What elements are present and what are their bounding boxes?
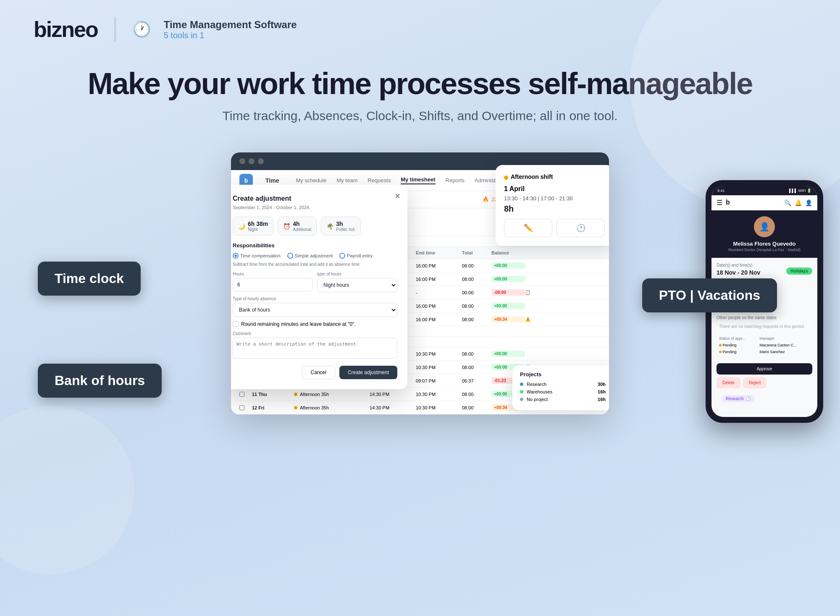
shift-hours: 8h xyxy=(504,204,605,214)
end-time: 10:30 PM xyxy=(416,351,462,356)
holiday-chip: Holidays xyxy=(786,267,812,275)
type-group: type of hours Night hours xyxy=(317,272,397,292)
user-icon[interactable]: 👤 xyxy=(805,199,812,206)
col-balance: Balance xyxy=(491,250,525,255)
end-time: 16:00 PM xyxy=(416,277,462,282)
row-check[interactable] xyxy=(239,405,244,410)
shift-date: 1 April xyxy=(504,185,605,193)
absence-select[interactable]: Bank of hours xyxy=(233,303,397,317)
modal-date: September 1, 2024 - October 1, 2024 xyxy=(233,205,397,210)
projects-title: Projects xyxy=(520,371,606,377)
hour-chip-additional: ⏰ 4h Additional xyxy=(278,217,317,236)
search-icon[interactable]: 🔍 xyxy=(784,199,791,206)
hours-label: Hours xyxy=(233,272,313,276)
others-empty: There are no matching requests in this p… xyxy=(717,322,812,331)
type-select[interactable]: Night hours xyxy=(317,278,397,292)
nav-requests[interactable]: Requests xyxy=(368,177,391,183)
col-end: End time xyxy=(416,250,462,255)
pto-badge: PTO | Vacations xyxy=(642,278,777,312)
research-chip: Research 🕐 xyxy=(722,395,755,402)
browser-dot-red xyxy=(239,158,245,164)
total-time: 00:00 xyxy=(462,290,491,295)
table-header-status: Status of appr... xyxy=(717,336,757,341)
project-dot xyxy=(520,390,523,393)
comment-label: Comment xyxy=(233,331,397,336)
shift-actions: ✏️ 🕐 xyxy=(504,219,605,237)
table-cell-manager1: Macarena Canton C... xyxy=(758,342,811,348)
schedule-dot xyxy=(294,393,297,396)
comment-textarea[interactable] xyxy=(233,338,397,359)
phone-time: 9:41 xyxy=(717,189,725,193)
project-row: No project 16h xyxy=(520,397,606,402)
end-time: 16:00 PM xyxy=(416,263,462,268)
phone-nav: ☰ b 🔍 🔔 👤 xyxy=(711,195,817,210)
end-time: 16:00 PM xyxy=(416,304,462,309)
total-time: 08:00 xyxy=(462,405,491,410)
phone-user-card: 👤 Melissa Flores Quevedo Resident Doctor… xyxy=(711,210,817,258)
palm-icon: 🌴 xyxy=(326,223,333,230)
approve-btn[interactable]: Approve xyxy=(717,363,812,375)
schedule-dot xyxy=(294,406,297,409)
end-time: 10:30 PM xyxy=(416,405,462,410)
radio-simple[interactable]: Simple adjustment xyxy=(287,253,333,259)
radio-dot xyxy=(339,253,345,259)
delete-btn[interactable]: Delete xyxy=(717,377,740,388)
adjustment-modal: Create adjustment September 1, 2024 - Oc… xyxy=(231,185,407,389)
nav-reports[interactable]: Reports xyxy=(446,177,465,183)
browser-dot-green xyxy=(258,158,264,164)
hamburger-icon[interactable]: ☰ xyxy=(717,199,722,207)
total-time: 08:00 xyxy=(462,263,491,268)
shift-edit-btn[interactable]: ✏️ xyxy=(504,219,552,237)
logo: bizneo xyxy=(34,17,98,42)
total-time: 08:00 xyxy=(462,392,491,397)
reject-btn[interactable]: Reject xyxy=(743,377,766,388)
public-val: 3h xyxy=(336,220,355,227)
phone-logo: b xyxy=(726,199,730,207)
project-dot xyxy=(520,383,523,386)
hours-input[interactable] xyxy=(233,278,313,291)
additional-val: 4h xyxy=(293,220,311,227)
hours-group: Hours xyxy=(233,272,313,292)
round-check: Round remaining minutes and leave balanc… xyxy=(233,321,397,327)
project-dot xyxy=(520,398,523,401)
nav-time-label[interactable]: Time xyxy=(265,177,279,184)
balance-chip: +00:34 xyxy=(491,316,525,322)
browser-dot-yellow xyxy=(249,158,255,164)
nav-my-team[interactable]: My team xyxy=(336,177,357,183)
create-btn[interactable]: Create adjustment xyxy=(339,366,397,379)
shift-clock-btn[interactable]: 🕐 xyxy=(556,219,605,237)
phone-user-name: Melissa Flores Quevedo xyxy=(717,241,811,247)
radio-payroll[interactable]: Payroll entry xyxy=(339,253,373,259)
end-time: - xyxy=(416,290,462,295)
shift-card: Afternoon shift 1 April 13:30 - 14:30 | … xyxy=(496,165,609,246)
radio-time-comp[interactable]: Time compensation xyxy=(233,253,281,259)
balance-chip: +00:00 xyxy=(491,303,525,309)
radio-group: Time compensation Simple adjustment Payr… xyxy=(233,253,397,259)
project-name: Warehouses xyxy=(527,389,594,394)
time-clock-badge: Time clock xyxy=(38,262,141,296)
nav-my-schedule[interactable]: My schedule xyxy=(296,177,326,183)
end-time: 10:30 PM xyxy=(416,365,462,370)
header-text: Time Management Software 5 tools in 1 xyxy=(164,19,297,40)
responsibilities-title: Responsibilities xyxy=(233,242,397,249)
row-check[interactable] xyxy=(239,392,244,397)
additional-lbl: Additional xyxy=(293,227,311,232)
phone-nav-icons: 🔍 🔔 👤 xyxy=(784,199,812,206)
header-title: Time Management Software xyxy=(164,19,297,31)
round-checkbox[interactable] xyxy=(233,321,239,327)
cancel-btn[interactable]: Cancel xyxy=(302,366,335,379)
research-clock-icon: 🕐 xyxy=(746,396,751,401)
radio-label: Time compensation xyxy=(240,253,281,258)
nights-lbl: Night xyxy=(248,227,268,232)
pending-dot xyxy=(719,351,722,353)
project-row: Research 30h xyxy=(520,382,606,387)
project-name: Research xyxy=(527,382,594,387)
nav-my-timesheet[interactable]: My timesheet xyxy=(401,176,435,184)
total-time: 08:00 xyxy=(462,351,491,356)
project-hours: 16h xyxy=(598,397,606,402)
modal-close-btn[interactable]: ✕ xyxy=(394,191,401,201)
shift-dot xyxy=(504,176,508,180)
bell-icon[interactable]: 🔔 xyxy=(795,199,802,206)
phone-action-row: Delete Reject xyxy=(717,377,812,388)
header-subtitle: 5 tools in 1 xyxy=(164,31,297,40)
